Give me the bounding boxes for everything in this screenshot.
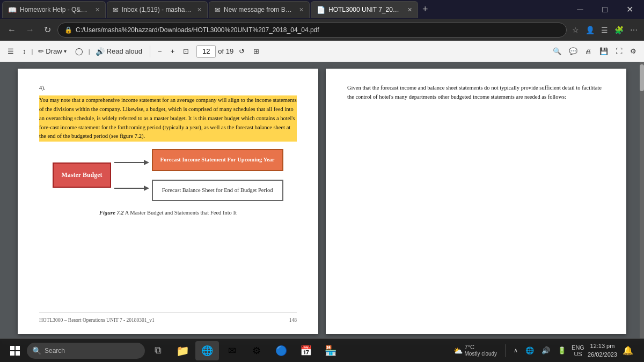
weather-desc: Mostly cloudy bbox=[465, 351, 497, 357]
zoom-out-button[interactable]: − bbox=[155, 45, 165, 57]
taskbar-search-bar[interactable]: 🔍 Search bbox=[27, 343, 145, 359]
weather-widget[interactable]: ⛅ 7°C Mostly cloudy bbox=[453, 344, 497, 357]
window-controls: ─ □ ✕ bbox=[568, 1, 642, 18]
windows-taskbar: 🔍 Search ⧉ 📁 🌐 ✉ ⚙ 🔵 📅 🏪 ⛅ 7°C Mostly cl… bbox=[0, 338, 644, 362]
search-icon: 🔍 bbox=[32, 346, 41, 355]
read-aloud-button[interactable]: 🔊 Read aloud bbox=[92, 45, 146, 58]
fit-page-button[interactable]: ⊡ bbox=[180, 45, 192, 57]
draw-button[interactable]: ✏ Draw ▾ bbox=[35, 45, 69, 57]
forecast-income-box: Forecast Income Statement For Upcoming Y… bbox=[152, 149, 283, 171]
tab-close-button[interactable]: ✕ bbox=[299, 6, 304, 13]
cursor-tool-button[interactable]: ↕ bbox=[19, 45, 30, 57]
collections-button[interactable]: ☰ bbox=[599, 24, 610, 36]
page-number-input[interactable] bbox=[196, 45, 216, 58]
tab-label: Homework Help - Q&A from On bbox=[20, 6, 90, 13]
network-icon[interactable]: 🌐 bbox=[523, 345, 536, 356]
svg-marker-1 bbox=[144, 160, 149, 165]
extensions-button[interactable]: 🧩 bbox=[612, 24, 626, 36]
read-aloud-label: Read aloud bbox=[107, 47, 143, 55]
page-footer: HOTL3000 – Resort Operations UNIT 7 - 20… bbox=[39, 313, 297, 324]
print-button[interactable]: 🖨 bbox=[582, 45, 595, 57]
volume-icon[interactable]: 🔊 bbox=[539, 345, 552, 356]
tab-close-button[interactable]: ✕ bbox=[95, 6, 100, 13]
forecast-income-label: Forecast Income Statement For Upcoming Y… bbox=[160, 157, 275, 162]
fullscreen-button[interactable]: ⛶ bbox=[612, 45, 626, 57]
search-button[interactable]: 🔍 bbox=[550, 45, 565, 57]
arrow-group bbox=[114, 157, 152, 194]
system-clock[interactable]: 12:13 pm 26/02/2023 bbox=[588, 342, 617, 359]
taskbar-app-mail[interactable]: ✉ bbox=[220, 341, 244, 360]
pdf-viewer-area: 4). You may note that a comprehensive in… bbox=[0, 62, 644, 341]
comment-button[interactable]: 💬 bbox=[566, 45, 581, 57]
battery-icon[interactable]: 🔋 bbox=[555, 345, 568, 356]
taskbar-app-chrome[interactable]: 🔵 bbox=[269, 341, 293, 360]
weather-icon: ⛅ bbox=[453, 346, 463, 355]
taskbar-app-store[interactable]: 🏪 bbox=[319, 341, 342, 360]
taskbar-app-settings[interactable]: ⚙ bbox=[245, 341, 268, 360]
minus-icon: − bbox=[158, 47, 162, 55]
address-field[interactable]: 🔒 C:/Users/masha%20hazzard/Downloads/HOT… bbox=[57, 23, 567, 38]
back-button[interactable]: ← bbox=[4, 23, 19, 37]
footer-left-text: HOTL3000 – Resort Operations UNIT 7 - 20… bbox=[39, 316, 155, 324]
forward-button[interactable]: → bbox=[23, 23, 38, 37]
add-tab-button[interactable]: + bbox=[419, 4, 431, 15]
language-indicator[interactable]: ENG US bbox=[572, 344, 584, 357]
arrow-line-2 bbox=[114, 183, 152, 194]
tab-new-message[interactable]: ✉ New message from Barrington C ✕ bbox=[209, 1, 310, 18]
weather-temp: 7°C bbox=[465, 344, 497, 351]
search-placeholder: Search bbox=[45, 347, 65, 354]
favorites-button[interactable]: ☆ bbox=[570, 24, 581, 36]
cursor-icon: ↕ bbox=[23, 47, 26, 55]
tab-homework[interactable]: 📖 Homework Help - Q&A from On ✕ bbox=[2, 1, 106, 18]
paragraph-number: 4). bbox=[39, 84, 297, 92]
taskview-icon: ⧉ bbox=[155, 345, 162, 356]
pdf-scroll-thumb[interactable] bbox=[640, 64, 644, 91]
tab-close-button[interactable]: ✕ bbox=[197, 6, 202, 13]
mail-icon: ✉ bbox=[113, 6, 119, 14]
sidebar-icon: ☰ bbox=[8, 47, 14, 55]
tray-up-icon[interactable]: ∧ bbox=[511, 346, 520, 355]
taskbar-app-explorer[interactable]: 📁 bbox=[171, 341, 194, 360]
paragraph-text-block: You may note that a comprehensive income… bbox=[39, 95, 297, 142]
country-label: US bbox=[574, 351, 582, 357]
maximize-button[interactable]: □ bbox=[592, 1, 617, 18]
browser-menu-button[interactable]: ⋯ bbox=[628, 24, 640, 36]
tab-pdf[interactable]: 📄 HOTL3000 UNIT 7_2018_04_04.p ✕ bbox=[311, 1, 418, 18]
plus-icon: + bbox=[171, 47, 175, 55]
close-button[interactable]: ✕ bbox=[617, 1, 642, 18]
tab-inbox[interactable]: ✉ Inbox (1,519) - mashahazzard47 ✕ bbox=[107, 1, 208, 18]
page-number: 148 bbox=[289, 316, 297, 324]
arrow-2 bbox=[114, 183, 152, 194]
windows-logo-icon bbox=[10, 346, 20, 356]
folder-icon: 📁 bbox=[176, 344, 189, 357]
pages-panel-button[interactable]: ⊞ bbox=[250, 45, 262, 57]
taskview-button[interactable]: ⧉ bbox=[146, 341, 170, 360]
notification-icon[interactable]: 🔔 bbox=[620, 344, 635, 357]
draw-label: Draw bbox=[46, 47, 62, 55]
tab-label: Inbox (1,519) - mashahazzard47 bbox=[122, 6, 192, 13]
master-budget-label: Master Budget bbox=[61, 171, 102, 179]
taskbar-app-edge[interactable]: 🌐 bbox=[195, 341, 219, 360]
eraser-icon: ◯ bbox=[75, 47, 83, 55]
settings-button[interactable]: ⚙ bbox=[627, 45, 640, 57]
pdf-scrollbar[interactable] bbox=[640, 62, 644, 341]
profile-button[interactable]: 👤 bbox=[583, 24, 597, 36]
rotate-button[interactable]: ↺ bbox=[236, 45, 248, 57]
edge-icon: 🌐 bbox=[201, 345, 213, 357]
save-button[interactable]: 💾 bbox=[596, 45, 611, 57]
figure-text: A Master Budget and Statements that Feed… bbox=[125, 210, 237, 216]
eraser-button[interactable]: ◯ bbox=[72, 45, 86, 57]
refresh-button[interactable]: ↻ bbox=[41, 23, 54, 37]
lock-icon: 🔒 bbox=[64, 26, 72, 34]
address-text: C:/Users/masha%20hazzard/Downloads/HOTL3… bbox=[76, 26, 319, 34]
weather-info: 7°C Mostly cloudy bbox=[465, 344, 497, 357]
tab-close-button[interactable]: ✕ bbox=[407, 6, 412, 13]
separator-2: | bbox=[89, 48, 90, 55]
clock-date: 26/02/2023 bbox=[588, 351, 617, 359]
address-icon-group: ☆ 👤 ☰ 🧩 ⋯ bbox=[570, 24, 640, 36]
minimize-button[interactable]: ─ bbox=[568, 1, 592, 18]
start-button[interactable] bbox=[4, 341, 26, 360]
zoom-in-button[interactable]: + bbox=[167, 45, 178, 57]
sidebar-toggle-button[interactable]: ☰ bbox=[4, 45, 17, 57]
taskbar-app-calendar[interactable]: 📅 bbox=[294, 341, 318, 360]
